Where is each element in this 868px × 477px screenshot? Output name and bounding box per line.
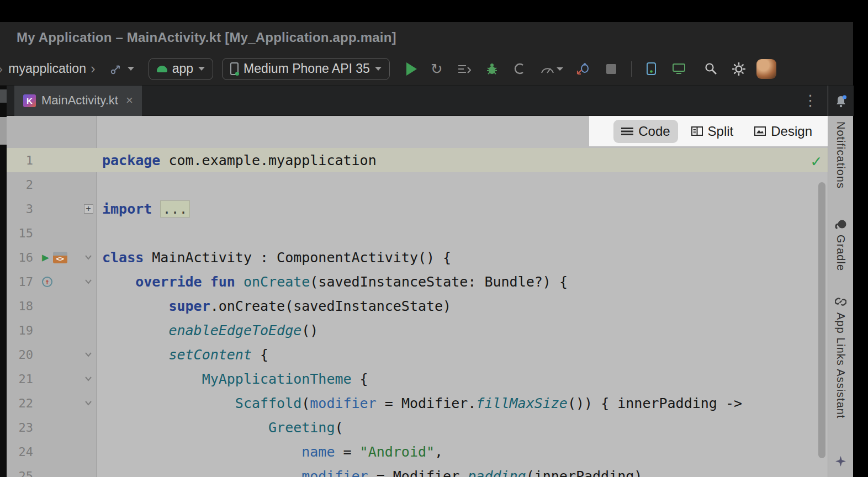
chevron-down-icon [128,67,134,71]
bell-icon [835,94,847,108]
run-button[interactable] [406,62,417,76]
stripe-item-label: Gradle [834,235,847,271]
compose-gutter-icon[interactable]: <> [53,252,67,263]
fold-chevron-icon[interactable] [84,255,92,260]
vcs-widget-button[interactable] [110,62,134,76]
code-text: super.onCreate(savedInstanceState) [97,298,451,314]
apply-code-changes-icon [457,63,471,75]
fold-marker [80,400,97,406]
running-devices-icon [672,63,686,75]
chevron-down-icon [375,67,382,71]
fold-chevron-icon[interactable] [84,376,92,381]
run-configuration-select[interactable]: app [149,58,213,80]
gradle-icon [834,219,848,230]
editor-view-switcher: Code Split Design [589,116,828,146]
device-manager-button[interactable] [644,62,659,76]
device-manager-icon [645,62,658,76]
gutter-icons: ↑ [33,277,80,287]
code-line: 22 Scaffold(modifier = Modifier.fillMaxS… [7,391,828,415]
code-text: enableEdgeToEdge() [97,322,318,338]
toolbar-separator [631,61,632,77]
gutter-icons: ▶<> [33,252,80,263]
line-number: 1 [7,153,33,167]
line-number: 15 [7,226,33,240]
project-breadcrumb[interactable]: myapplication [8,61,86,76]
code-line: 18 super.onCreate(savedInstanceState) [7,294,828,318]
ai-star-icon [835,455,846,467]
view-option-label: Design [771,124,812,139]
notifications-button[interactable] [828,86,854,116]
view-option-label: Split [708,124,734,139]
code-line: 21 MyApplicationTheme { [7,367,828,391]
tab-label: MainActivity.kt [41,93,118,108]
running-devices-button[interactable] [671,63,687,75]
chevron-down-icon [557,67,563,71]
code-line: 25 modifier = Modifier.padding(innerPadd… [7,464,828,477]
code-view-icon [621,127,633,136]
stripe-item-app-links[interactable]: App Links Assistant [834,296,847,418]
tab-close-icon[interactable]: × [126,93,133,108]
editor-scrollbar[interactable] [818,182,825,458]
apply-code-changes-button[interactable] [457,63,472,75]
profile-speedometer-icon [540,64,555,74]
main-area: K MainActivity.kt × ⋮ Code Spl [0,86,853,477]
apply-changes-icon: ↻ [431,62,443,76]
code-line: 1package com.example.myapplication [7,148,828,172]
app-links-icon [835,296,846,308]
search-icon [704,62,718,76]
code-line: 16▶<>class MainActivity : ComponentActiv… [7,245,828,269]
run-gutter-icon[interactable]: ▶ [42,252,49,263]
code-line: 3+import ... [7,197,828,221]
view-option-split[interactable]: Split [684,120,742,143]
fold-expand-icon[interactable]: + [84,204,93,214]
code-line: 19 enableEdgeToEdge() [7,318,828,342]
line-number: 23 [7,421,33,434]
fold-marker [80,255,97,260]
override-gutter-icon[interactable]: ↑ [42,277,52,287]
stripe-item-gradle[interactable]: Gradle [834,219,848,271]
settings-button[interactable] [731,62,747,76]
apply-changes-button[interactable]: ↻ [429,62,444,76]
split-view-icon [691,126,703,136]
debug-button[interactable] [484,62,500,75]
attach-debugger-button[interactable] [576,62,591,75]
line-number: 18 [7,299,33,313]
code-line: 24 name = "Android", [7,439,828,464]
profiler-button[interactable] [512,62,527,75]
breadcrumb-fragment-icon: › [0,60,3,78]
run-configuration-label: app [172,61,193,76]
editor-tab-bar: K MainActivity.kt × ⋮ [7,86,828,116]
stripe-item-notifications[interactable]: Notifications [834,121,847,189]
inspection-check-icon[interactable]: ✓ [811,151,821,171]
code-text: setContent { [97,347,268,363]
line-number: 19 [7,324,33,337]
fold-marker: + [80,204,97,214]
code-text: class MainActivity : ComponentActivity()… [97,250,451,266]
line-number: 24 [7,445,33,459]
view-option-design[interactable]: Design [747,120,820,143]
line-number: 17 [7,275,33,289]
fold-chevron-icon[interactable] [84,400,92,406]
line-number: 21 [7,372,33,386]
editor-tab-mainactivity[interactable]: K MainActivity.kt × [14,86,142,116]
fold-chevron-icon[interactable] [84,279,92,284]
fold-chevron-icon[interactable] [84,352,92,357]
profile-app-button[interactable] [539,64,564,74]
code-line: 15 [7,221,828,245]
ai-assistant-button[interactable] [835,455,846,469]
window-title: My Application – MainActivity.kt [My_App… [17,30,396,45]
stop-button[interactable] [604,64,619,74]
code-text: override fun onCreate(savedInstanceState… [97,274,568,290]
device-label: Medium Phone API 35 [244,61,370,76]
code-text: MyApplicationTheme { [97,371,368,387]
user-avatar[interactable] [756,59,776,79]
search-everywhere-button[interactable] [703,62,719,76]
code-editor[interactable]: Code Split Design 1package com.example.m… [7,116,828,477]
code-text: import ... [97,201,190,217]
fold-marker [80,279,97,284]
view-option-code[interactable]: Code [613,120,678,143]
device-phone-icon [230,62,239,75]
device-select[interactable]: Medium Phone API 35 [222,58,390,80]
kebab-menu-icon[interactable]: ⋮ [803,92,818,109]
attach-debugger-icon [576,62,590,75]
